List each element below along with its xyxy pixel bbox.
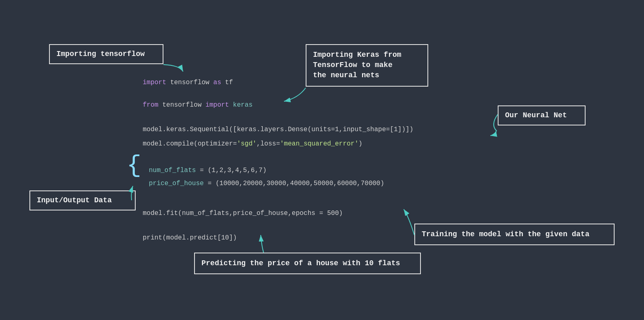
training-model-label: Training the model with the given data bbox=[414, 224, 615, 245]
code-line-7: model.fit(num_of_flats,price_of_house,ep… bbox=[135, 202, 343, 217]
importing-tensorflow-label: Importing tensorflow bbox=[49, 44, 163, 64]
code-line-8: print(model.predict[10]) bbox=[135, 227, 237, 242]
code-line-6: price_of_house = (10000,20000,30000,4000… bbox=[141, 172, 384, 187]
code-line-2: from tensorflow import keras bbox=[135, 94, 253, 109]
importing-keras-label: Importing Keras fromTensorFlow to maketh… bbox=[306, 44, 428, 87]
our-neural-net-label: Our Neural Net bbox=[498, 105, 586, 125]
code-line-1: import tensorflow as tf bbox=[135, 72, 233, 86]
code-line-4: model.compile(optimizer='sgd',loss='mean… bbox=[135, 133, 362, 148]
curly-brace: { bbox=[127, 153, 141, 178]
code-line-3: model.keras.Sequential([keras.layers.Den… bbox=[135, 119, 414, 133]
predicting-label: Predicting the price of a house with 10 … bbox=[194, 253, 421, 274]
input-output-data-label: Input/Output Data bbox=[29, 190, 136, 210]
code-line-5: num_of_flats = (1,2,3,4,5,6,7) bbox=[141, 159, 266, 174]
